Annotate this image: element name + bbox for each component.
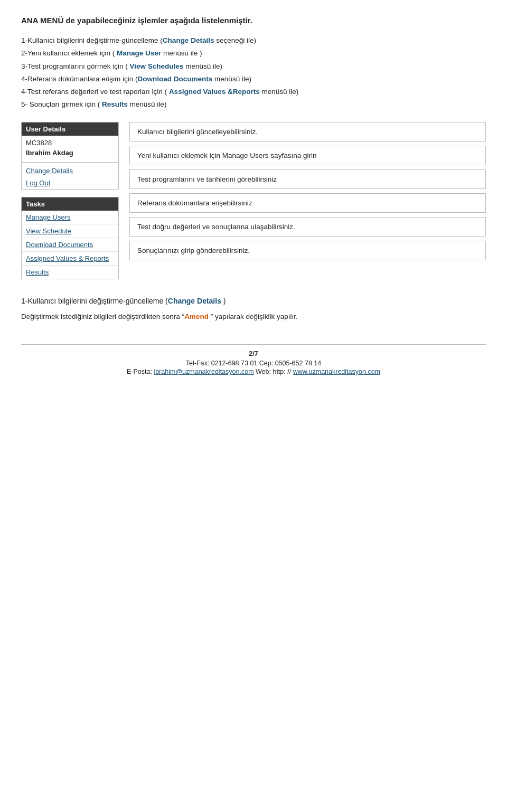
intro-line-5: 4-Test referans değerleri ve test raporl… (21, 86, 486, 98)
intro-line-3: 3-Test programlarını görmek için ( View … (21, 60, 486, 73)
change-details-link[interactable]: Change Details (22, 165, 118, 177)
task-view-schedule[interactable]: View Schedule (22, 224, 118, 238)
info-box-4: Referans dokümanlara erişebilirsiniz (129, 193, 486, 213)
footer-email-link[interactable]: ibrahim@uzmanakreditasyon.com (154, 368, 253, 375)
info-box-1: Kullanıcı bilgilerini güncelleyebilirsin… (129, 122, 486, 141)
tasks-header: Tasks (22, 197, 118, 211)
intro-line-2: 2-Yeni kullanıcı eklemek için ( Manage U… (21, 47, 486, 60)
intro-line-4: 4-Referans dokümanlara erişim için (Down… (21, 73, 486, 86)
footer-website-link[interactable]: www.uzmanakreditasyon.com (293, 368, 380, 375)
content-area: User Details MC3828 Ibrahim Akdag Change… (21, 122, 486, 279)
info-box-3: Test programlarını ve tarihlerini görebi… (129, 169, 486, 189)
footer-email-web: E-Posta: ibrahim@uzmanakreditasyon.com W… (21, 368, 486, 375)
footer-contact: Tel-Fax: 0212-698 73 01 Cep: 0505-652 78… (21, 360, 486, 367)
footer: 2/7 Tel-Fax: 0212-698 73 01 Cep: 0505-65… (21, 344, 486, 375)
task-assigned-values[interactable]: Assigned Values & Reports (22, 252, 118, 266)
section2-title: 1-Kullanıcı bilgilerini değiştirme-günce… (21, 295, 486, 307)
task-manage-users[interactable]: Manage Users (22, 211, 118, 224)
user-name: Ibrahim Akdag (22, 148, 118, 160)
divider-1 (22, 162, 118, 163)
logout-link[interactable]: Log Out (22, 177, 118, 189)
intro-line-1: 1-Kullanıcı bilgilerini değiştirme-günce… (21, 34, 486, 47)
info-box-5: Test doğru değerleri ve sonuçlarına ulaş… (129, 217, 486, 237)
user-details-box: User Details MC3828 Ibrahim Akdag Change… (21, 122, 119, 190)
user-id: MC3828 (22, 136, 118, 148)
info-boxes: Kullanıcı bilgilerini güncelleyebilirsin… (129, 122, 486, 279)
sidebar: User Details MC3828 Ibrahim Akdag Change… (21, 122, 119, 279)
section-change-details: 1-Kullanıcı bilgilerini değiştirme-günce… (21, 295, 486, 323)
intro-paragraph: 1-Kullanıcı bilgilerini değiştirme-günce… (21, 34, 486, 111)
intro-line-6: 5- Sonuçları girmek için ( Results menüs… (21, 98, 486, 111)
task-download-documents[interactable]: Download Documents (22, 238, 118, 252)
info-box-6: Sonuçlarınızı girip gönderebilirsiniz. (129, 241, 486, 260)
tasks-box: Tasks Manage Users View Schedule Downloa… (21, 197, 119, 279)
section2-desc: Değiştirmek istediğiniz bilgileri değişt… (21, 311, 486, 323)
page-number: 2/7 (21, 350, 486, 357)
info-box-2: Yeni kullanıcı eklemek için Manage Users… (129, 146, 486, 165)
user-details-header: User Details (22, 122, 118, 136)
task-results[interactable]: Results (22, 266, 118, 279)
main-title: ANA MENÜ de yapabileceğiniz işlemler aşa… (21, 16, 486, 25)
